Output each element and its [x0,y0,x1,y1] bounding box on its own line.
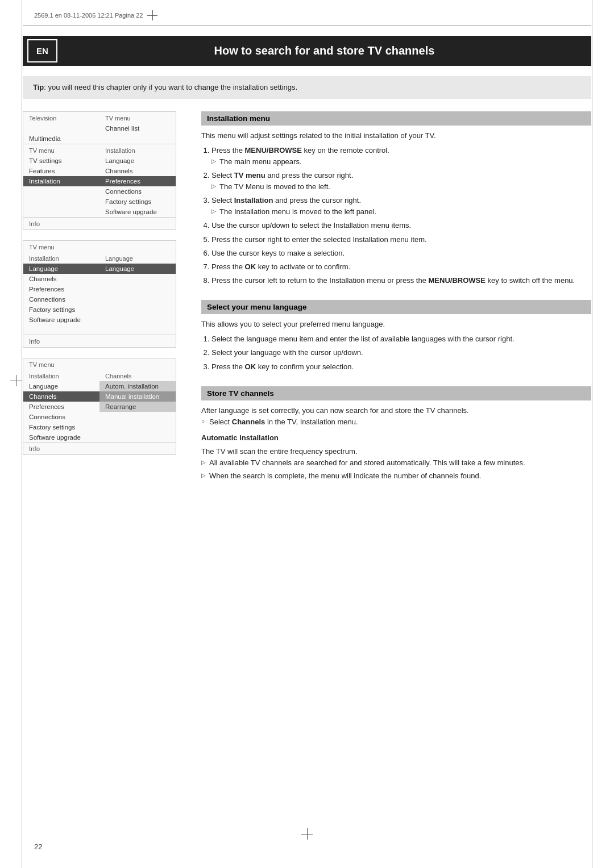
menu1-software: Software upgrade [99,207,176,218]
select-language-heading: Select your menu language [201,300,591,314]
left-crosshair-icon [10,375,22,386]
menu2-preferences-right [99,284,176,294]
menu3-connections: Connections [23,412,99,422]
installation-menu-intro: This menu will adjust settings related t… [201,130,591,141]
menu1-empty2 [23,197,99,207]
select-language-content: This allows you to select your preferred… [201,319,591,373]
menu1-col1-header: Television [23,112,99,123]
step7-bold: OK [245,262,256,271]
step8-bold: MENU/BROWSE [429,276,486,285]
menu3-software-right [99,432,176,443]
menu1-tv-settings: TV settings [23,156,99,166]
installation-menu-section: Installation menu This menu will adjust … [201,111,591,287]
menu1-empty1 [23,186,99,197]
installation-menu-heading: Installation menu [201,111,591,126]
menu3-factory: Factory settings [23,422,99,432]
menu1-channels: Channels [99,166,176,176]
step-2: Select TV menu and press the cursor righ… [211,170,591,193]
channels-bold: Channels [232,418,265,426]
store-channels-heading: Store TV channels [201,386,591,400]
lang-step-1: Select the language menu item and enter … [211,333,591,345]
step-8: Press the cursor left to return to the I… [211,275,591,286]
bottom-crosshair-icon [301,828,313,840]
auto-install-intro: The TV will scan the entire frequency sp… [201,446,591,457]
step-4: Use the cursor up/down to select the Ins… [211,220,591,231]
menu2-channels-right [99,274,176,284]
tip-box: Tip: you will need this chapter only if … [23,76,591,99]
menu2-col1-header: TV menu [23,241,99,252]
menu1-factory: Factory settings [99,197,176,207]
menu3-preferences: Preferences [23,402,99,412]
page: 2569.1 en 08-11-2006 12:21 Pagina 22 EN … [0,0,614,868]
menu1-preferences: Preferences [99,176,176,186]
left-margin-rule [22,0,22,868]
menu1-col2-header: TV menu [99,112,176,123]
menu3-manual: Manual installation [99,391,176,402]
lang-step-3: Press the OK key to confirm your selecti… [211,361,591,373]
menu1-row1-left [23,123,99,133]
menu2-factory-right [99,304,176,315]
menu2-factory: Factory settings [23,304,99,315]
menu2-connections-right [99,294,176,304]
right-column: Installation menu This menu will adjust … [201,111,591,496]
menu-diagram-1: Television TV menu Channel list Multimed… [23,111,176,230]
lang-step3-bold: OK [245,362,256,371]
auto-install-bullets: All available TV channels are searched f… [209,457,591,482]
page-number: 22 [34,842,42,851]
menu3-info: Info [23,443,176,454]
menu2-software-right [99,315,176,325]
step1-sub: The main menu appears. [219,156,591,168]
menu3-channels: Channels [23,391,99,402]
installation-menu-steps: Press the MENU/BROWSE key on the remote … [211,145,591,287]
menu2-preferences: Preferences [23,284,99,294]
step1-bold: MENU/BROWSE [245,146,302,155]
menu1-row2-right [99,133,176,144]
menu1-row2-left: Multimedia [23,133,99,144]
step-3: Select Installation and press the cursor… [211,195,591,218]
menu3-col2-header [99,358,176,370]
menu1-language: Language [99,156,176,166]
store-channels-bullets: Select Channels in the TV, Installation … [209,416,591,428]
auto-install-heading: Automatic installation [201,432,591,444]
menu3-rearrange: Rearrange [99,402,176,412]
step-7: Press the OK key to activate or to confi… [211,261,591,273]
menu2-connections: Connections [23,294,99,304]
menu1-info: Info [23,218,176,229]
header-title: How to search for and store TV channels [57,37,591,64]
step-6: Use the cursor keys to make a selection. [211,248,591,259]
header-bar: EN How to search for and store TV channe… [23,36,591,66]
store-channels-intro: After language is set correctly, you can… [201,405,591,416]
menu3-connections-right [99,412,176,422]
auto-bullet-2: When the search is complete, the menu wi… [209,470,591,482]
menu1-features: Features [23,166,99,176]
menu1-installation: Installation [23,176,99,186]
menu-diagram-2: TV menu Installation Language Language L… [23,240,176,348]
menu3-section2-col2: Channels [99,370,176,381]
step3-bold: Installation [234,196,273,205]
menu3-section2-col1: Installation [23,370,99,381]
menu3-autom: Autom. installation [99,381,176,391]
menu1-row1-right: Channel list [99,123,176,133]
menu2-software: Software upgrade [23,315,99,325]
top-rule [23,25,591,26]
menu2-section2-col2: Language [99,252,176,264]
store-channels-content: After language is set correctly, you can… [201,405,591,482]
tip-label: Tip [33,83,44,91]
print-info-text: 2569.1 en 08-11-2006 12:21 Pagina 22 [34,12,143,19]
menu1-section2-col1: TV menu [23,144,99,156]
menu3-factory-right [99,422,176,432]
menu-diagram-3: TV menu Installation Channels Language A… [23,358,176,456]
right-margin-rule [592,0,592,868]
select-language-intro: This allows you to select your preferred… [201,319,591,330]
menu3-col1-header: TV menu [23,358,99,370]
step-5: Press the cursor right to enter the sele… [211,234,591,245]
menu2-col2-header [99,241,176,252]
store-channels-bullet: Select Channels in the TV, Installation … [209,416,591,428]
step3-sub: The Installation menu is moved to the le… [219,206,591,218]
print-info: 2569.1 en 08-11-2006 12:21 Pagina 22 [0,0,614,20]
step2-sub: The TV Menu is moved to the left. [219,181,591,193]
menu2-language-right: Language [99,264,176,274]
step2-bold: TV menu [234,171,265,180]
auto-bullet-1: All available TV channels are searched f… [209,457,591,469]
menu2-info: Info [23,336,176,347]
